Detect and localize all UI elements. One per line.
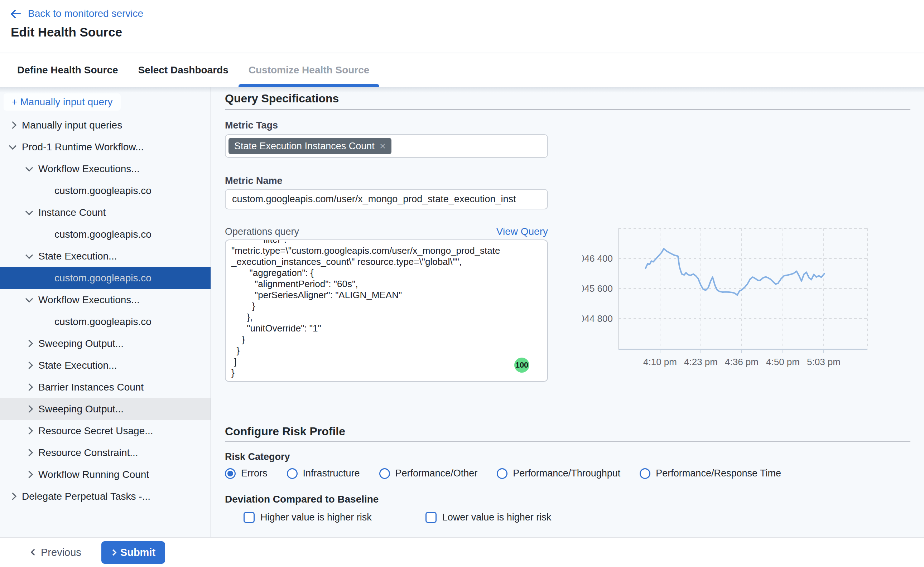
chevron-right-icon[interactable]: [26, 362, 33, 369]
metric-tag-chip: State Execution Instances Count ×: [228, 138, 391, 154]
radio-icon[interactable]: [379, 468, 390, 479]
sidebar-item[interactable]: Workflow Running Count: [0, 464, 210, 485]
radio-icon[interactable]: [497, 468, 508, 479]
checkbox-lower-value-is-higher-risk[interactable]: Lower value is higher risk: [425, 512, 551, 523]
edit-health-source-page: Back to monitored service Edit Health So…: [0, 0, 924, 567]
add-query-button[interactable]: + Manually input query: [4, 93, 121, 111]
checkbox-higher-value-is-higher-risk[interactable]: Higher value is higher risk: [243, 512, 372, 523]
metric-name-label: Metric Name: [225, 176, 911, 186]
query-line: }: [231, 345, 541, 356]
sidebar-item[interactable]: State Execution...: [0, 245, 210, 267]
sidebar-item-label: Delegate Perpetual Tasks -...: [22, 491, 150, 502]
risk-radio-performance-throughput[interactable]: Performance/Throughput: [497, 468, 620, 479]
sidebar-item-label: Sweeping Output...: [38, 404, 123, 415]
wizard-tabbar: Define Health Source Select Dashboards C…: [0, 52, 924, 87]
sidebar-item-label: Instance Count: [38, 207, 106, 218]
submit-button[interactable]: Submit: [101, 541, 165, 564]
chevron-right-icon[interactable]: [9, 122, 17, 129]
records-count-badge: 100: [514, 358, 529, 373]
back-arrow-icon: [11, 8, 21, 19]
deviation-checkboxes: Higher value is higher riskLower value i…: [243, 512, 911, 523]
sidebar-item[interactable]: custom.googleapis.co: [0, 180, 210, 201]
query-line: },: [231, 312, 541, 323]
sidebar-item-label: custom.googleapis.co: [54, 316, 152, 327]
query-line: "alignmentPeriod": "60s",: [231, 279, 541, 290]
sidebar-item[interactable]: Prod-1 Runtime Workflow...: [0, 136, 210, 158]
radio-label: Infrastructure: [303, 468, 360, 479]
query-line: _execution_instances_count\" resource.ty…: [231, 256, 541, 267]
metric-tags-input[interactable]: State Execution Instances Count ×: [225, 134, 548, 158]
sidebar-item-label: Workflow Running Count: [38, 469, 149, 480]
chevron-right-icon[interactable]: [9, 492, 17, 500]
risk-radio-performance-response-time[interactable]: Performance/Response Time: [640, 468, 781, 479]
tab-customize-health-source[interactable]: Customize Health Source: [239, 53, 380, 87]
radio-icon[interactable]: [640, 468, 651, 479]
metric-tag-chip-label: State Execution Instances Count: [234, 141, 375, 152]
checkbox-icon[interactable]: [425, 512, 437, 523]
sidebar-item[interactable]: State Execution...: [0, 354, 210, 376]
sidebar-item-label: custom.googleapis.co: [54, 185, 152, 196]
risk-radio-infrastructure[interactable]: Infrastructure: [287, 468, 360, 479]
operations-query-label: Operations query: [225, 226, 299, 237]
y-axis-tick-label: 36 045 600: [582, 283, 613, 294]
checkbox-label: Higher value is higher risk: [260, 512, 372, 523]
chevron-right-icon[interactable]: [26, 340, 33, 347]
view-query-link[interactable]: View Query: [496, 226, 548, 237]
previous-button-label: Previous: [41, 547, 81, 558]
chevron-down-icon[interactable]: [26, 164, 33, 171]
previous-button[interactable]: Previous: [32, 547, 81, 558]
sidebar-item-label: Workflow Executions...: [38, 163, 140, 175]
query-line: "filter":: [231, 240, 541, 245]
sidebar-item[interactable]: Barrier Instances Count: [0, 376, 210, 398]
back-link[interactable]: Back to monitored service: [11, 0, 924, 20]
chevron-right-icon[interactable]: [26, 471, 33, 478]
sidebar-tree: Manually input queriesProd-1 Runtime Wor…: [0, 114, 210, 507]
sidebar-item[interactable]: Sweeping Output...: [0, 333, 210, 354]
metric-tags-label: Metric Tags: [225, 120, 911, 131]
sidebar-item[interactable]: custom.googleapis.co: [0, 224, 210, 245]
chevron-down-icon[interactable]: [26, 208, 33, 215]
risk-radio-performance-other[interactable]: Performance/Other: [379, 468, 478, 479]
sidebar-item[interactable]: Workflow Executions...: [0, 289, 210, 311]
x-axis-tick-label: 4:36 pm: [725, 357, 759, 367]
sidebar-item[interactable]: custom.googleapis.co: [0, 267, 210, 289]
sidebar-item-label: Resource Secret Usage...: [38, 425, 153, 437]
operations-query-textarea[interactable]: "filter":"metric.type=\"custom.googleapi…: [225, 240, 548, 382]
radio-icon[interactable]: [225, 468, 236, 479]
chevron-down-icon[interactable]: [26, 251, 33, 259]
metrics-sidebar: + Manually input query Manually input qu…: [0, 87, 211, 537]
sidebar-item[interactable]: Delegate Perpetual Tasks -...: [0, 485, 210, 507]
y-axis-tick-label: 36 046 400: [582, 253, 613, 264]
page-header: Back to monitored service Edit Health So…: [0, 0, 924, 52]
chip-close-icon[interactable]: ×: [380, 141, 386, 152]
query-line: "perSeriesAligner": "ALIGN_MEAN": [231, 290, 541, 301]
chevron-down-icon[interactable]: [26, 295, 33, 303]
query-line: ]: [231, 356, 541, 367]
sidebar-item[interactable]: Manually input queries: [0, 114, 210, 136]
metric-preview-chart: 36 046 40036 045 60036 044 8004:10 pm4:2…: [582, 220, 912, 375]
radio-label: Performance/Other: [395, 468, 478, 479]
sidebar-item[interactable]: Resource Secret Usage...: [0, 420, 210, 442]
risk-radio-errors[interactable]: Errors: [225, 468, 267, 479]
chevron-down-icon[interactable]: [9, 142, 17, 150]
chevron-right-icon[interactable]: [26, 383, 33, 391]
sidebar-item[interactable]: custom.googleapis.co: [0, 311, 210, 333]
chevron-right-icon[interactable]: [26, 449, 33, 456]
metric-name-input[interactable]: custom.googleapis.com/user/x_mongo_prod_…: [225, 189, 548, 209]
chevron-right-icon[interactable]: [26, 405, 33, 413]
query-line: "unitOverride": "1": [231, 323, 541, 334]
radio-icon[interactable]: [287, 468, 297, 479]
tab-select-dashboards[interactable]: Select Dashboards: [128, 53, 239, 87]
sidebar-item-label: State Execution...: [38, 250, 117, 262]
checkbox-icon[interactable]: [243, 512, 255, 523]
sidebar-item[interactable]: Resource Constraint...: [0, 442, 210, 464]
sidebar-item[interactable]: Sweeping Output...: [0, 398, 210, 420]
query-line: "aggregation": {: [231, 267, 541, 279]
chevron-right-icon[interactable]: [26, 427, 33, 435]
query-code: "filter":"metric.type=\"custom.googleapi…: [231, 240, 541, 378]
sidebar-item[interactable]: Instance Count: [0, 201, 210, 224]
query-line: }: [231, 367, 541, 378]
risk-category-label: Risk Category: [225, 452, 911, 462]
sidebar-item[interactable]: Workflow Executions...: [0, 158, 210, 180]
tab-define-health-source[interactable]: Define Health Source: [7, 53, 128, 87]
